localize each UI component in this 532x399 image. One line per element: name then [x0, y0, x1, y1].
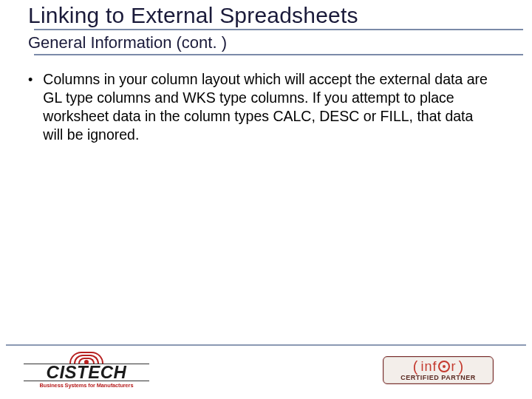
infor-subtext: CERTIFIED PARTNER [383, 374, 493, 381]
footer-divider [6, 344, 526, 346]
cistech-logo: CISTECH Business Systems for Manufacture… [24, 350, 149, 389]
infor-logo-icon: ( i n f r ) [383, 360, 493, 373]
title-block: Linking to External Spreadsheets General… [0, 0, 532, 55]
bullet-text: Columns in your column layout which will… [43, 70, 494, 144]
body-area: • Columns in your column layout which wi… [0, 55, 532, 144]
slide-subtitle: General Information (cont. ) [28, 33, 532, 52]
bullet-marker-icon: • [28, 70, 33, 89]
infor-badge: ( i n f r ) CERTIFIED PARTNER [383, 356, 494, 384]
title-underline [34, 29, 523, 30]
slide-title: Linking to External Spreadsheets [28, 3, 532, 28]
slide: Linking to External Spreadsheets General… [0, 0, 532, 399]
infor-o-icon [438, 361, 450, 372]
cistech-arc-icon [66, 350, 107, 365]
cistech-wordmark: CISTECH [24, 364, 149, 381]
bullet-item: • Columns in your column layout which wi… [28, 70, 494, 144]
cistech-tagline: Business Systems for Manufacturers [24, 382, 149, 389]
